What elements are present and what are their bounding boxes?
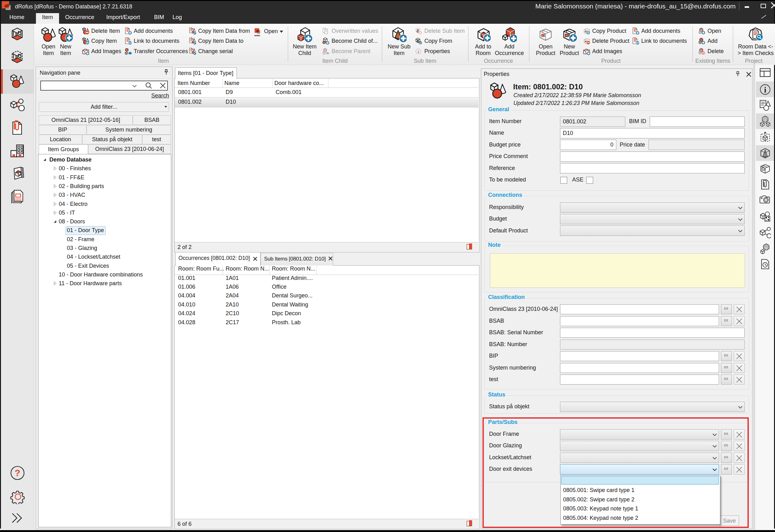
svg-text:i: i xyxy=(418,50,419,54)
svg-text:i: i xyxy=(764,86,766,94)
svg-text:?: ? xyxy=(15,468,20,478)
svg-text:www: www xyxy=(254,34,260,37)
